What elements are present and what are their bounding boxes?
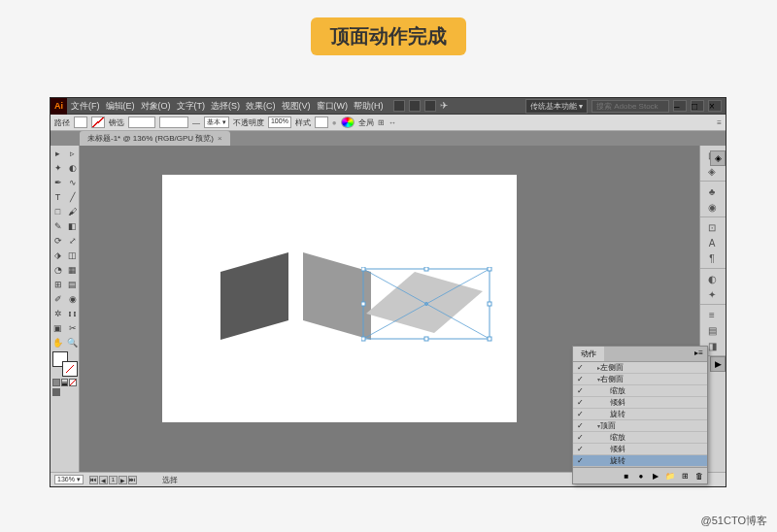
last-artboard-icon[interactable]: ⏭ bbox=[128, 476, 137, 484]
check-icon[interactable]: ✓ bbox=[575, 375, 585, 383]
check-icon[interactable]: ✓ bbox=[575, 456, 585, 465]
brush-select[interactable]: 基本 ▾ bbox=[204, 116, 229, 128]
recolor-icon[interactable] bbox=[341, 116, 355, 128]
top-face-shape-selected[interactable] bbox=[361, 267, 492, 354]
check-icon[interactable]: ✓ bbox=[575, 363, 585, 372]
pen-tool-icon[interactable]: ✒ bbox=[51, 175, 65, 189]
workspace-selector[interactable]: 传统基本功能 ▾ bbox=[525, 99, 588, 114]
action-row[interactable]: ✓ ▾ 顶面 bbox=[573, 420, 707, 432]
disclosure-icon[interactable]: ▸ bbox=[588, 364, 597, 371]
shape-builder-tool-icon[interactable]: ◔ bbox=[51, 262, 65, 277]
menu-file[interactable]: 文件(F) bbox=[71, 100, 100, 113]
menu-type[interactable]: 文字(T) bbox=[177, 100, 206, 113]
action-row[interactable]: ✓ 倾斜 bbox=[573, 444, 707, 455]
action-row[interactable]: ✓ 倾斜 bbox=[573, 397, 707, 409]
blend-tool-icon[interactable]: ◉ bbox=[65, 291, 80, 306]
check-icon[interactable]: ✓ bbox=[575, 433, 585, 442]
width-tool-icon[interactable]: ⬗ bbox=[51, 248, 65, 262]
variable-width-profile[interactable] bbox=[159, 116, 188, 128]
action-row[interactable]: ✓ 缩放 bbox=[573, 432, 707, 444]
hand-tool-icon[interactable]: ✋ bbox=[51, 335, 65, 349]
slice-tool-icon[interactable]: ✂ bbox=[65, 320, 80, 335]
panel-menu-icon[interactable]: ▸≡ bbox=[691, 347, 707, 361]
gradient-mode-icon[interactable] bbox=[61, 379, 69, 386]
type-tool-icon[interactable]: T bbox=[51, 189, 65, 204]
delete-icon[interactable]: 🗑 bbox=[693, 470, 705, 482]
transform-icon[interactable]: ↔ bbox=[388, 118, 396, 127]
new-set-icon[interactable]: 📁 bbox=[664, 470, 676, 482]
selection-tool-icon[interactable]: ▸ bbox=[51, 146, 65, 160]
shaper-tool-icon[interactable]: ✎ bbox=[51, 218, 65, 233]
artboard[interactable] bbox=[162, 175, 517, 422]
maximize-icon[interactable]: □ bbox=[691, 100, 704, 112]
document-tab[interactable]: 未标题-1* @ 136% (RGB/GPU 预览) × bbox=[80, 131, 230, 146]
align-icon[interactable]: ⊞ bbox=[378, 118, 385, 127]
rectangle-tool-icon[interactable]: □ bbox=[51, 204, 65, 218]
search-input[interactable] bbox=[591, 100, 669, 113]
close-icon[interactable]: × bbox=[708, 100, 722, 112]
paintbrush-tool-icon[interactable]: 🖌 bbox=[65, 204, 80, 218]
fill-stroke-control[interactable] bbox=[52, 351, 78, 377]
stop-button-icon[interactable]: ■ bbox=[621, 470, 632, 482]
scale-tool-icon[interactable]: ⤢ bbox=[65, 233, 80, 248]
symbols-panel-icon[interactable]: ✦ bbox=[703, 287, 721, 301]
check-icon[interactable]: ✓ bbox=[575, 398, 585, 407]
graphic-style[interactable] bbox=[315, 116, 328, 128]
new-action-icon[interactable]: ⊞ bbox=[679, 470, 691, 482]
prev-artboard-icon[interactable]: ◀ bbox=[99, 476, 108, 484]
expand-panels-icon[interactable]: ◈ bbox=[710, 150, 726, 166]
next-artboard-icon[interactable]: ▶ bbox=[118, 476, 127, 484]
paragraph-panel-icon[interactable]: ¶ bbox=[703, 251, 721, 265]
artboard-tool-icon[interactable]: ▣ bbox=[51, 320, 65, 335]
stroke-weight[interactable] bbox=[128, 116, 155, 128]
column-graph-tool-icon[interactable]: ⫾⫾ bbox=[65, 306, 80, 320]
menu-effect[interactable]: 效果(C) bbox=[246, 100, 276, 113]
gradient-panel-icon[interactable]: ▤ bbox=[703, 323, 721, 337]
menu-edit[interactable]: 编辑(E) bbox=[106, 100, 135, 113]
free-transform-tool-icon[interactable]: ◫ bbox=[65, 248, 80, 262]
menu-help[interactable]: 帮助(H) bbox=[354, 100, 384, 113]
disclosure-icon[interactable]: ▾ bbox=[588, 376, 597, 382]
action-row[interactable]: ✓ 缩放 bbox=[573, 385, 707, 397]
play-button-icon[interactable]: ▶ bbox=[650, 470, 661, 482]
menu-window[interactable]: 窗口(W) bbox=[317, 100, 349, 113]
mesh-tool-icon[interactable]: ⊞ bbox=[51, 277, 65, 291]
action-row[interactable]: ✓ ▸ 左侧面 bbox=[573, 362, 707, 374]
lasso-tool-icon[interactable]: ◐ bbox=[65, 160, 80, 175]
direct-selection-tool-icon[interactable]: ▹ bbox=[65, 146, 80, 160]
menu-view[interactable]: 视图(V) bbox=[282, 100, 311, 113]
artboard-number[interactable]: 1 bbox=[109, 476, 118, 484]
tab-close-icon[interactable]: × bbox=[218, 134, 222, 143]
check-icon[interactable]: ✓ bbox=[575, 421, 585, 430]
menu-object[interactable]: 对象(O) bbox=[141, 100, 171, 113]
share-icon[interactable]: ✈ bbox=[440, 100, 452, 112]
control-menu-icon[interactable]: ≡ bbox=[717, 118, 722, 127]
menu-select[interactable]: 选择(S) bbox=[211, 100, 240, 113]
fill-swatch[interactable] bbox=[74, 116, 87, 128]
actions-flyout-icon[interactable]: ▶ bbox=[710, 356, 726, 372]
check-icon[interactable]: ✓ bbox=[575, 410, 585, 418]
gpu-icon[interactable] bbox=[424, 100, 436, 112]
brushes-panel-icon[interactable]: ◐ bbox=[703, 272, 721, 285]
actions-tab[interactable]: 动作 bbox=[573, 347, 604, 361]
libraries-panel-icon[interactable]: ♣ bbox=[703, 184, 721, 198]
eyedropper-tool-icon[interactable]: ✐ bbox=[51, 291, 65, 306]
zoom-tool-icon[interactable]: 🔍 bbox=[65, 335, 80, 349]
action-row[interactable]: ✓ 旋转 bbox=[573, 409, 707, 420]
symbol-sprayer-tool-icon[interactable]: ✲ bbox=[51, 306, 65, 320]
arrange-documents-icon[interactable] bbox=[409, 100, 421, 112]
action-row[interactable]: ✓ ▾ 右侧面 bbox=[573, 374, 707, 385]
header-icon[interactable] bbox=[393, 100, 405, 112]
gradient-tool-icon[interactable]: ▤ bbox=[65, 277, 80, 291]
swatches-panel-icon[interactable]: ⊡ bbox=[703, 220, 721, 234]
action-row[interactable]: ✓ 旋转 bbox=[573, 455, 707, 467]
screen-mode-icon[interactable] bbox=[52, 388, 60, 396]
eraser-tool-icon[interactable]: ◧ bbox=[65, 218, 80, 233]
curvature-tool-icon[interactable]: ∿ bbox=[65, 175, 80, 189]
character-panel-icon[interactable]: A bbox=[703, 236, 721, 249]
check-icon[interactable]: ✓ bbox=[575, 445, 585, 453]
color-mode-icon[interactable] bbox=[52, 379, 60, 386]
rotate-tool-icon[interactable]: ⟳ bbox=[51, 233, 65, 248]
perspective-grid-tool-icon[interactable]: ▦ bbox=[65, 262, 80, 277]
line-tool-icon[interactable]: ╱ bbox=[65, 189, 80, 204]
